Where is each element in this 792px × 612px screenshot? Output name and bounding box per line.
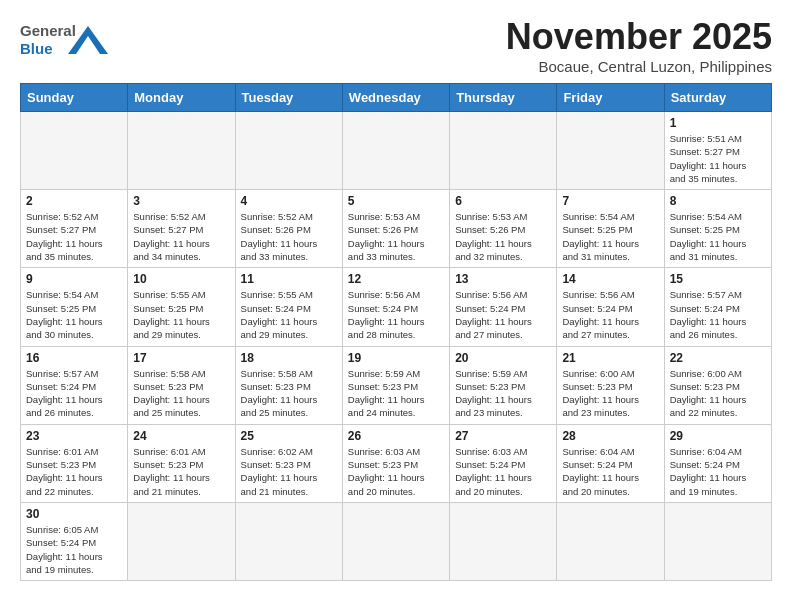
day-info: Sunrise: 6:00 AM Sunset: 5:23 PM Dayligh…	[562, 367, 658, 420]
day-number: 3	[133, 194, 229, 208]
day-cell: 12Sunrise: 5:56 AM Sunset: 5:24 PM Dayli…	[342, 268, 449, 346]
day-info: Sunrise: 5:56 AM Sunset: 5:24 PM Dayligh…	[562, 288, 658, 341]
day-cell: 7Sunrise: 5:54 AM Sunset: 5:25 PM Daylig…	[557, 190, 664, 268]
day-info: Sunrise: 6:02 AM Sunset: 5:23 PM Dayligh…	[241, 445, 337, 498]
weekday-header-wednesday: Wednesday	[342, 84, 449, 112]
day-info: Sunrise: 5:58 AM Sunset: 5:23 PM Dayligh…	[241, 367, 337, 420]
day-cell: 16Sunrise: 5:57 AM Sunset: 5:24 PM Dayli…	[21, 346, 128, 424]
day-number: 7	[562, 194, 658, 208]
day-info: Sunrise: 6:05 AM Sunset: 5:24 PM Dayligh…	[26, 523, 122, 576]
day-info: Sunrise: 5:54 AM Sunset: 5:25 PM Dayligh…	[670, 210, 766, 263]
day-cell	[21, 112, 128, 190]
weekday-header-friday: Friday	[557, 84, 664, 112]
day-cell: 25Sunrise: 6:02 AM Sunset: 5:23 PM Dayli…	[235, 424, 342, 502]
day-cell: 28Sunrise: 6:04 AM Sunset: 5:24 PM Dayli…	[557, 424, 664, 502]
day-info: Sunrise: 5:56 AM Sunset: 5:24 PM Dayligh…	[348, 288, 444, 341]
day-number: 6	[455, 194, 551, 208]
day-number: 11	[241, 272, 337, 286]
week-row-2: 2Sunrise: 5:52 AM Sunset: 5:27 PM Daylig…	[21, 190, 772, 268]
day-cell: 10Sunrise: 5:55 AM Sunset: 5:25 PM Dayli…	[128, 268, 235, 346]
day-info: Sunrise: 5:57 AM Sunset: 5:24 PM Dayligh…	[26, 367, 122, 420]
day-info: Sunrise: 5:52 AM Sunset: 5:27 PM Dayligh…	[133, 210, 229, 263]
week-row-6: 30Sunrise: 6:05 AM Sunset: 5:24 PM Dayli…	[21, 502, 772, 580]
logo: General Blue	[20, 16, 110, 68]
day-number: 18	[241, 351, 337, 365]
day-cell	[450, 502, 557, 580]
weekday-header-monday: Monday	[128, 84, 235, 112]
day-cell: 13Sunrise: 5:56 AM Sunset: 5:24 PM Dayli…	[450, 268, 557, 346]
month-title: November 2025	[506, 16, 772, 58]
day-number: 14	[562, 272, 658, 286]
week-row-4: 16Sunrise: 5:57 AM Sunset: 5:24 PM Dayli…	[21, 346, 772, 424]
day-cell: 9Sunrise: 5:54 AM Sunset: 5:25 PM Daylig…	[21, 268, 128, 346]
day-cell	[128, 112, 235, 190]
weekday-header-tuesday: Tuesday	[235, 84, 342, 112]
day-cell: 15Sunrise: 5:57 AM Sunset: 5:24 PM Dayli…	[664, 268, 771, 346]
day-number: 29	[670, 429, 766, 443]
svg-text:General: General	[20, 22, 76, 39]
day-number: 16	[26, 351, 122, 365]
day-number: 28	[562, 429, 658, 443]
day-info: Sunrise: 5:57 AM Sunset: 5:24 PM Dayligh…	[670, 288, 766, 341]
day-cell: 24Sunrise: 6:01 AM Sunset: 5:23 PM Dayli…	[128, 424, 235, 502]
day-info: Sunrise: 5:55 AM Sunset: 5:24 PM Dayligh…	[241, 288, 337, 341]
day-info: Sunrise: 5:53 AM Sunset: 5:26 PM Dayligh…	[348, 210, 444, 263]
day-cell: 4Sunrise: 5:52 AM Sunset: 5:26 PM Daylig…	[235, 190, 342, 268]
day-cell: 3Sunrise: 5:52 AM Sunset: 5:27 PM Daylig…	[128, 190, 235, 268]
day-info: Sunrise: 5:52 AM Sunset: 5:27 PM Dayligh…	[26, 210, 122, 263]
day-number: 26	[348, 429, 444, 443]
day-number: 25	[241, 429, 337, 443]
day-cell: 8Sunrise: 5:54 AM Sunset: 5:25 PM Daylig…	[664, 190, 771, 268]
day-cell: 2Sunrise: 5:52 AM Sunset: 5:27 PM Daylig…	[21, 190, 128, 268]
week-row-1: 1Sunrise: 5:51 AM Sunset: 5:27 PM Daylig…	[21, 112, 772, 190]
day-number: 13	[455, 272, 551, 286]
day-number: 22	[670, 351, 766, 365]
day-info: Sunrise: 5:54 AM Sunset: 5:25 PM Dayligh…	[26, 288, 122, 341]
title-section: November 2025 Bocaue, Central Luzon, Phi…	[506, 16, 772, 75]
day-number: 23	[26, 429, 122, 443]
weekday-header-sunday: Sunday	[21, 84, 128, 112]
day-cell: 19Sunrise: 5:59 AM Sunset: 5:23 PM Dayli…	[342, 346, 449, 424]
day-info: Sunrise: 6:01 AM Sunset: 5:23 PM Dayligh…	[133, 445, 229, 498]
week-row-3: 9Sunrise: 5:54 AM Sunset: 5:25 PM Daylig…	[21, 268, 772, 346]
day-number: 2	[26, 194, 122, 208]
day-cell: 30Sunrise: 6:05 AM Sunset: 5:24 PM Dayli…	[21, 502, 128, 580]
day-number: 17	[133, 351, 229, 365]
day-number: 8	[670, 194, 766, 208]
day-number: 30	[26, 507, 122, 521]
day-cell: 17Sunrise: 5:58 AM Sunset: 5:23 PM Dayli…	[128, 346, 235, 424]
day-number: 12	[348, 272, 444, 286]
day-cell: 21Sunrise: 6:00 AM Sunset: 5:23 PM Dayli…	[557, 346, 664, 424]
day-cell: 27Sunrise: 6:03 AM Sunset: 5:24 PM Dayli…	[450, 424, 557, 502]
day-cell	[235, 112, 342, 190]
day-cell	[557, 502, 664, 580]
day-cell	[664, 502, 771, 580]
day-number: 21	[562, 351, 658, 365]
day-number: 27	[455, 429, 551, 443]
day-info: Sunrise: 6:03 AM Sunset: 5:24 PM Dayligh…	[455, 445, 551, 498]
day-cell	[128, 502, 235, 580]
day-cell: 29Sunrise: 6:04 AM Sunset: 5:24 PM Dayli…	[664, 424, 771, 502]
day-cell	[342, 502, 449, 580]
day-info: Sunrise: 5:59 AM Sunset: 5:23 PM Dayligh…	[348, 367, 444, 420]
day-info: Sunrise: 6:04 AM Sunset: 5:24 PM Dayligh…	[562, 445, 658, 498]
day-info: Sunrise: 5:58 AM Sunset: 5:23 PM Dayligh…	[133, 367, 229, 420]
day-cell: 5Sunrise: 5:53 AM Sunset: 5:26 PM Daylig…	[342, 190, 449, 268]
location-title: Bocaue, Central Luzon, Philippines	[506, 58, 772, 75]
day-cell: 22Sunrise: 6:00 AM Sunset: 5:23 PM Dayli…	[664, 346, 771, 424]
svg-text:Blue: Blue	[20, 40, 53, 57]
day-cell: 18Sunrise: 5:58 AM Sunset: 5:23 PM Dayli…	[235, 346, 342, 424]
day-info: Sunrise: 5:55 AM Sunset: 5:25 PM Dayligh…	[133, 288, 229, 341]
weekday-header-thursday: Thursday	[450, 84, 557, 112]
day-cell: 14Sunrise: 5:56 AM Sunset: 5:24 PM Dayli…	[557, 268, 664, 346]
day-cell	[235, 502, 342, 580]
day-number: 4	[241, 194, 337, 208]
day-cell: 6Sunrise: 5:53 AM Sunset: 5:26 PM Daylig…	[450, 190, 557, 268]
week-row-5: 23Sunrise: 6:01 AM Sunset: 5:23 PM Dayli…	[21, 424, 772, 502]
day-info: Sunrise: 6:00 AM Sunset: 5:23 PM Dayligh…	[670, 367, 766, 420]
day-number: 1	[670, 116, 766, 130]
day-info: Sunrise: 5:54 AM Sunset: 5:25 PM Dayligh…	[562, 210, 658, 263]
day-number: 9	[26, 272, 122, 286]
day-info: Sunrise: 5:56 AM Sunset: 5:24 PM Dayligh…	[455, 288, 551, 341]
day-cell	[557, 112, 664, 190]
